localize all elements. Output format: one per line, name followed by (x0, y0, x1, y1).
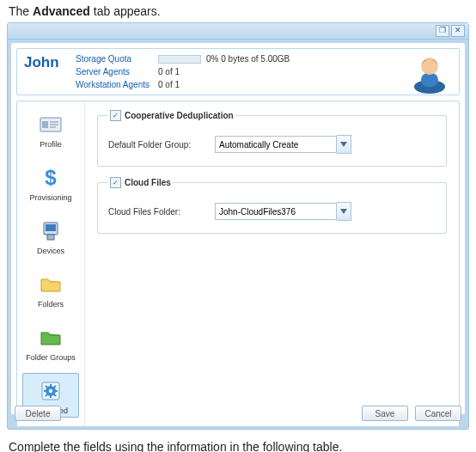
coop-dedup-checkbox[interactable]: ✓ (110, 110, 121, 121)
svg-point-2 (421, 58, 438, 75)
titlebar: ❐ ✕ (8, 23, 468, 40)
sidebar-item-label: Folders (23, 300, 78, 308)
chevron-down-icon (340, 142, 347, 147)
svg-rect-4 (42, 121, 48, 128)
svg-line-21 (54, 386, 56, 388)
svg-rect-1 (421, 73, 438, 87)
workstation-agents-label: Workstation Agents (76, 80, 158, 89)
sidebar-item-label: Folder Groups (23, 353, 78, 362)
svg-point-14 (49, 389, 52, 393)
restore-button[interactable]: ❐ (436, 25, 449, 37)
chevron-down-icon (340, 209, 347, 214)
storage-quota-label: Storage Quota (76, 54, 158, 64)
cloud-files-checkbox[interactable]: ✓ (110, 177, 121, 188)
cloud-files-folder-dropdown[interactable] (337, 202, 351, 221)
quota-bar (158, 55, 201, 64)
close-button[interactable]: ✕ (451, 25, 465, 37)
sidebar-item-label: Provisioning (23, 193, 78, 202)
cloud-files-title: Cloud Files (125, 178, 171, 187)
user-info-panel: John Storage Quota 0% 0 bytes of 5.00GB … (16, 48, 460, 95)
default-folder-group-label: Default Folder Group: (108, 140, 203, 150)
svg-text:$: $ (45, 166, 57, 189)
cloud-files-folder-select[interactable] (215, 203, 337, 220)
sidebar-item-profile[interactable]: Profile (22, 107, 79, 151)
workstation-agents-value: 0 of 1 (158, 80, 290, 89)
cloud-files-folder-label: Cloud Files Folder: (108, 207, 203, 217)
device-icon (39, 219, 63, 243)
cancel-button[interactable]: Cancel (415, 406, 461, 421)
folder-groups-icon (39, 326, 63, 350)
doc-intro: The Advanced tab appears. (9, 4, 467, 18)
main-area: Profile $ Provisioning Devices (16, 101, 460, 427)
dollar-icon: $ (39, 166, 63, 190)
folder-icon (39, 272, 63, 296)
storage-quota-value: 0% 0 bytes of 5.00GB (158, 54, 290, 64)
svg-rect-11 (47, 235, 54, 240)
user-avatar-icon (409, 52, 450, 94)
profile-icon (39, 113, 63, 137)
sidebar-item-provisioning[interactable]: $ Provisioning (22, 160, 79, 205)
svg-line-19 (46, 386, 47, 388)
svg-line-20 (54, 394, 56, 396)
sidebar-item-folders[interactable]: Folders (22, 266, 79, 311)
server-agents-value: 0 of 1 (158, 67, 290, 76)
doc-outro: Complete the fields using the informatio… (9, 440, 467, 452)
coop-dedup-title: Cooperative Deduplication (125, 111, 234, 120)
dialog-footer: Delete Save Cancel (8, 400, 468, 429)
sidebar-item-devices[interactable]: Devices (22, 213, 79, 258)
sidebar: Profile $ Provisioning Devices (17, 101, 85, 426)
cloud-files-panel: ✓ Cloud Files Cloud Files Folder: (97, 177, 447, 234)
svg-line-22 (46, 394, 47, 396)
sidebar-item-label: Devices (23, 247, 78, 255)
user-name: John (24, 54, 76, 71)
save-button[interactable]: Save (362, 406, 408, 421)
sidebar-item-folder-groups[interactable]: Folder Groups (22, 320, 79, 364)
coop-dedup-panel: ✓ Cooperative Deduplication Default Fold… (97, 110, 447, 167)
default-folder-group-select[interactable] (215, 136, 337, 153)
sidebar-item-label: Profile (23, 140, 78, 149)
delete-button[interactable]: Delete (15, 406, 61, 421)
dialog-window: ❐ ✕ John Storage Quota 0% 0 bytes of 5.0… (7, 22, 469, 430)
advanced-content: ✓ Cooperative Deduplication Default Fold… (85, 101, 459, 426)
svg-rect-10 (46, 224, 56, 231)
server-agents-label: Server Agents (76, 67, 158, 76)
default-folder-group-dropdown[interactable] (337, 135, 351, 154)
